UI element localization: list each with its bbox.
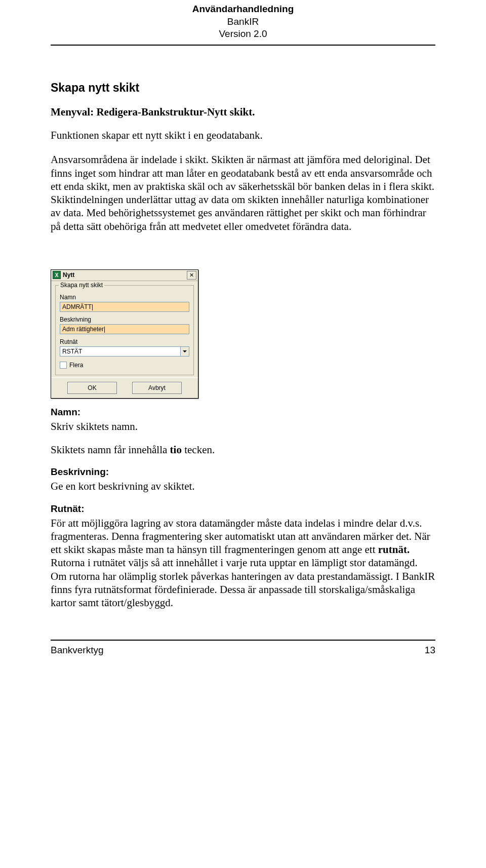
- field-label-rutnat: Rutnät:: [51, 503, 435, 515]
- document-header: Användarhandledning BankIR Version 2.0: [51, 0, 435, 45]
- main-paragraph: Ansvarsområdena är indelade i skikt. Ski…: [51, 153, 435, 233]
- label-beskrivning: Beskrivning: [60, 316, 189, 323]
- header-divider: [51, 45, 435, 46]
- app-icon: X: [53, 271, 61, 279]
- chevron-down-icon: [183, 350, 187, 352]
- doc-subtitle-2: Version 2.0: [51, 28, 435, 41]
- field-desc-beskrivning: Ge en kort beskrivning av skiktet.: [51, 480, 435, 493]
- rutnat-desc-bold: rutnät.: [378, 543, 410, 556]
- checkbox-flera[interactable]: [60, 362, 67, 369]
- field-desc-namn-2: Skiktets namn får innehålla tio tecken.: [51, 443, 435, 456]
- intro-paragraph: Funktionen skapar ett nytt skikt i en ge…: [51, 129, 435, 142]
- label-rutnat: Rutnät: [60, 338, 189, 345]
- input-namn[interactable]: [60, 302, 189, 312]
- doc-subtitle-1: BankIR: [51, 16, 435, 28]
- combo-rutnat[interactable]: [60, 346, 189, 357]
- nytt-dialog: X Nytt ✕ Skapa nytt skikt Namn Beskrivni…: [51, 269, 198, 399]
- namn-desc2-bold: tio: [170, 444, 182, 456]
- groupbox-legend: Skapa nytt skikt: [59, 282, 104, 289]
- field-desc-rutnat: För att möjliggöra lagring av stora data…: [51, 517, 435, 610]
- footer-left: Bankverktyg: [51, 645, 104, 656]
- checkbox-flera-label: Flera: [69, 362, 83, 369]
- namn-desc2-post: tecken.: [182, 444, 215, 456]
- field-label-beskrivning: Beskrivning:: [51, 466, 435, 478]
- cancel-button[interactable]: Avbryt: [132, 382, 182, 394]
- section-title: Skapa nytt skikt: [51, 81, 435, 95]
- footer: Bankverktyg 13: [51, 645, 435, 661]
- label-namn: Namn: [60, 294, 189, 301]
- rutnat-desc-pre: För att möjliggöra lagring av stora data…: [51, 517, 430, 556]
- input-beskrivning[interactable]: [60, 324, 189, 334]
- field-label-namn: Namn:: [51, 407, 435, 418]
- dialog-title: Nytt: [63, 271, 187, 279]
- ok-button[interactable]: OK: [67, 382, 117, 394]
- combo-rutnat-input[interactable]: [60, 346, 180, 357]
- close-icon: ✕: [189, 272, 194, 278]
- dialog-button-row: OK Avbryt: [51, 377, 198, 398]
- field-desc-namn-1: Skriv skiktets namn.: [51, 420, 435, 433]
- combo-rutnat-button[interactable]: [180, 346, 189, 357]
- close-button[interactable]: ✕: [187, 271, 196, 280]
- checkbox-row-flera[interactable]: Flera: [60, 362, 189, 369]
- doc-title: Användarhandledning: [51, 3, 435, 16]
- menyval-line: Menyval: Redigera-Bankstruktur-Nytt skik…: [51, 106, 435, 119]
- groupbox-skapa-nytt-skikt: Skapa nytt skikt Namn Beskrivning Rutnät…: [55, 285, 194, 375]
- footer-divider: [51, 640, 435, 641]
- namn-desc2-pre: Skiktets namn får innehålla: [51, 444, 170, 456]
- rutnat-desc-post: Rutorna i rutnätet väljs så att innehåll…: [51, 557, 435, 609]
- dialog-titlebar: X Nytt ✕: [51, 270, 198, 281]
- footer-page-number: 13: [425, 645, 435, 656]
